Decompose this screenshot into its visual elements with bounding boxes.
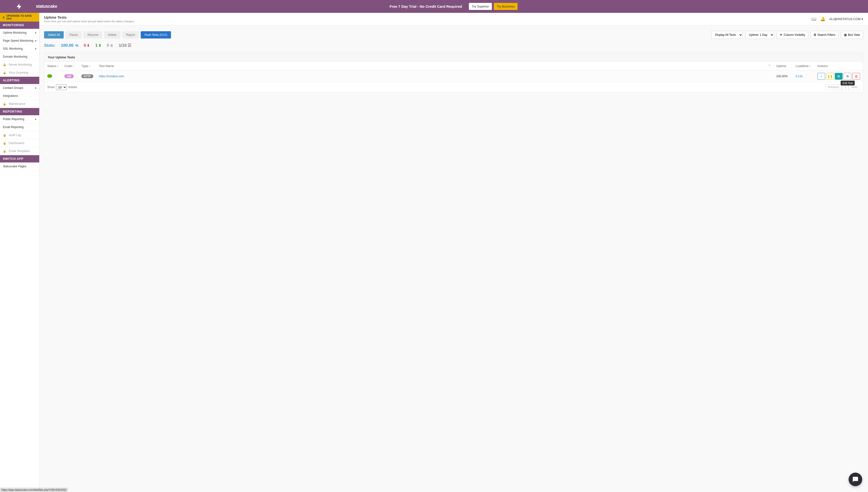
info-icon: i bbox=[821, 75, 822, 78]
lock-icon: 🔒 bbox=[3, 142, 6, 145]
nav-statuscake-pages[interactable]: Statuscake Pages bbox=[0, 163, 39, 170]
list-icon: ☰ bbox=[128, 43, 131, 48]
section-reporting: REPORTING bbox=[0, 108, 39, 115]
lock-icon: 🔒 bbox=[3, 150, 6, 153]
percent-icon: % bbox=[74, 43, 78, 47]
nav-uptime-monitoring[interactable]: Uptime Monitoring▾ bbox=[0, 29, 39, 37]
chevron-down-icon: ▾ bbox=[35, 40, 36, 42]
status-up-icon bbox=[47, 74, 52, 78]
gear-icon: ⚙ bbox=[837, 75, 840, 78]
col-test-name[interactable]: Test Name⇅ bbox=[96, 62, 773, 71]
filter-icon: ✪ bbox=[814, 33, 816, 36]
uptime-range-select[interactable]: Uptime: 1 Day bbox=[745, 31, 774, 39]
nav-pagespeed-monitoring[interactable]: Page Speed Monitoring▾ bbox=[0, 37, 39, 45]
nav-contact-groups[interactable]: Contact Groups▾ bbox=[0, 84, 39, 92]
copy-icon: ⧉ bbox=[846, 74, 849, 78]
try-superior-button[interactable]: Try Superior bbox=[469, 3, 492, 10]
intercom-chat-button[interactable] bbox=[849, 473, 862, 486]
pager-previous[interactable]: Previous bbox=[825, 84, 842, 90]
trash-icon: 🗑 bbox=[855, 75, 858, 78]
sort-icon: ⇅ bbox=[809, 65, 811, 68]
delete-button[interactable]: Delete bbox=[104, 31, 120, 39]
col-actions: Actions bbox=[815, 62, 863, 71]
column-visibility-button[interactable]: 👁Column Visibility bbox=[776, 31, 808, 39]
loadtime-link[interactable]: 0.13s bbox=[796, 75, 803, 78]
nav-email-reporting[interactable]: Email Reporting bbox=[0, 123, 39, 131]
arrow-down-icon: ⬇ bbox=[87, 43, 90, 48]
box-view-button[interactable]: ▦Box View bbox=[841, 31, 863, 39]
arrow-up-icon: ⬆ bbox=[98, 43, 101, 48]
display-tests-select[interactable]: Display All Tests bbox=[711, 31, 743, 39]
push-tests-button[interactable]: Push Tests (0/10) bbox=[141, 31, 171, 39]
upgrade-bar[interactable]: ⚠ UPGRADE TO SAVE 15% bbox=[0, 13, 39, 22]
sort-icon: ⇅ bbox=[89, 65, 91, 68]
bolt-icon bbox=[3, 3, 35, 10]
stat-ratio: 1/10☰ bbox=[119, 43, 131, 48]
pause-action-button[interactable]: ❚❚ bbox=[826, 73, 834, 80]
tests-table: Status⇅ Code⇅ Type⇅ Test Name⇅ Uptime Lo… bbox=[44, 62, 863, 82]
grid-icon: ▦ bbox=[844, 33, 847, 36]
search-filters-button[interactable]: ✪Search Filters bbox=[811, 31, 839, 39]
section-monitoring: MONITORING bbox=[0, 22, 39, 29]
type-badge: HTTP bbox=[81, 74, 93, 78]
bell-icon[interactable]: 🔔 bbox=[820, 17, 825, 22]
nav-ssl-monitoring[interactable]: SSL Monitoring▾ bbox=[0, 45, 39, 53]
nav-virus-scanning[interactable]: 🔒Virus Scanning bbox=[0, 69, 39, 77]
report-button[interactable]: Report bbox=[122, 31, 139, 39]
stat-up: 1⬆ bbox=[95, 43, 101, 48]
nav-dashboards[interactable]: 🔒Dashboards bbox=[0, 139, 39, 147]
chevron-down-icon: ▾ bbox=[35, 47, 36, 50]
col-type[interactable]: Type⇅ bbox=[78, 62, 96, 71]
select-all-button[interactable]: Select All bbox=[44, 31, 64, 39]
settings-action-button[interactable]: ⚙ bbox=[835, 73, 843, 80]
eye-icon: 👁 bbox=[779, 33, 782, 36]
panel-title: Your Uptime Tests bbox=[44, 53, 863, 62]
edit-test-tooltip: Edit Test bbox=[841, 81, 855, 85]
trial-banner: Free 7 Day Trial - No Credit Card Requir… bbox=[0, 0, 868, 13]
entries-select[interactable]: 10 bbox=[56, 84, 67, 90]
test-name-link[interactable]: https://instatus.com bbox=[99, 75, 124, 78]
nav-email-templates[interactable]: 🔒Email Templates bbox=[0, 147, 39, 155]
status-url: https://app.statuscake.com/AddSite.php?U… bbox=[0, 488, 68, 492]
nav-server-monitoring[interactable]: 🔒Server Monitoring bbox=[0, 61, 39, 69]
stats-label: Stats: bbox=[44, 43, 55, 48]
pause-button[interactable]: Pause bbox=[66, 31, 81, 39]
resume-button[interactable]: Resume bbox=[83, 31, 102, 39]
sidebar: statuscake ⚠ UPGRADE TO SAVE 15% MONITOR… bbox=[0, 0, 39, 492]
try-business-button[interactable]: Try Business bbox=[494, 3, 518, 10]
table-row: 200 HTTP https://instatus.com 100.00% 0.… bbox=[44, 71, 863, 82]
info-action-button[interactable]: i bbox=[817, 73, 825, 80]
delete-action-button[interactable]: 🗑 bbox=[852, 73, 860, 80]
toolbar: Select All Pause Resume Delete Report Pu… bbox=[44, 31, 863, 39]
content-header: Uptime Tests From here you can add uptim… bbox=[39, 13, 868, 25]
nav-maintenance[interactable]: 🔒Maintenance bbox=[0, 100, 39, 108]
nav-domain-monitoring[interactable]: Domain Monitoring bbox=[0, 53, 39, 61]
uptime-cell: 100.00% bbox=[773, 71, 793, 82]
stat-down: 0⬇ bbox=[84, 43, 90, 48]
banner-message: Free 7 Day Trial - No Credit Card Requir… bbox=[390, 4, 462, 8]
stats-row: Stats: 100.00 % 0⬇ 1⬆ 0⏸ 1/10☰ bbox=[44, 43, 863, 48]
docs-icon[interactable]: 📖 bbox=[811, 17, 816, 22]
lock-icon: 🔒 bbox=[3, 134, 6, 137]
col-status[interactable]: Status⇅ bbox=[44, 62, 62, 71]
chevron-down-icon: ▾ bbox=[35, 87, 36, 89]
chevron-down-icon: ▾ bbox=[35, 118, 36, 121]
pause-icon: ⏸ bbox=[110, 43, 113, 47]
nav-public-reporting[interactable]: Public Reporting▾ bbox=[0, 115, 39, 123]
upgrade-text: UPGRADE TO SAVE 15% bbox=[6, 14, 37, 20]
section-switch-app: SWITCH APP bbox=[0, 155, 39, 163]
info-icon: ⚠ bbox=[2, 16, 5, 19]
copy-action-button[interactable]: ⧉ bbox=[844, 73, 851, 80]
pause-icon: ❚❚ bbox=[827, 75, 833, 78]
logo[interactable]: statuscake bbox=[0, 0, 39, 13]
page-subtitle: From here you can add uptime tests and g… bbox=[44, 20, 135, 23]
sort-icon: ⇅ bbox=[57, 65, 58, 68]
nav-integrations[interactable]: Integrations bbox=[0, 92, 39, 100]
show-entries: Show 10 entries bbox=[47, 84, 77, 90]
nav-audit-log[interactable]: 🔒Audit Log bbox=[0, 131, 39, 139]
sort-icon: ⇅ bbox=[769, 64, 770, 67]
code-badge: 200 bbox=[65, 74, 74, 78]
user-dropdown[interactable]: ALI@INSTATUS.COM ▾ bbox=[829, 17, 863, 21]
col-code[interactable]: Code⇅ bbox=[62, 62, 78, 71]
col-loadtime[interactable]: Loadtime⇅ bbox=[793, 62, 815, 71]
